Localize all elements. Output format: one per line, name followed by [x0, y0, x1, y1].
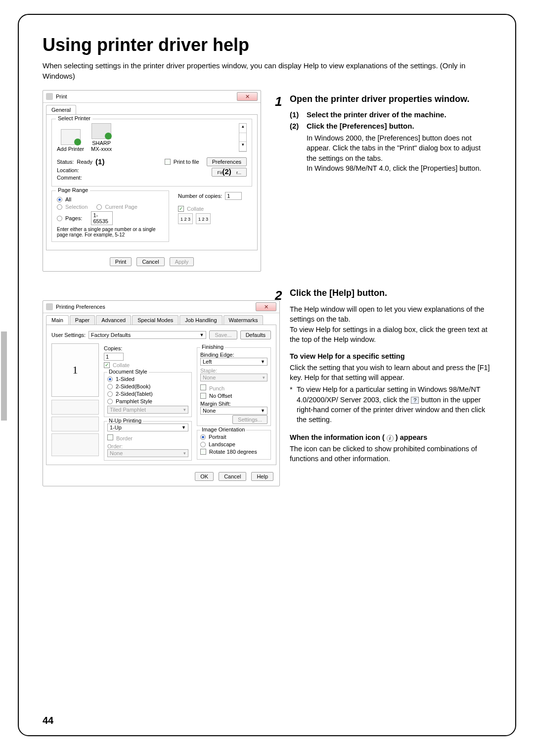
print-to-file-checkbox[interactable]	[165, 159, 171, 165]
rotate-label: Rotate 180 degrees	[209, 449, 257, 455]
print-button[interactable]: Print	[110, 257, 132, 266]
collate-checkbox[interactable]	[178, 206, 184, 212]
ok-button[interactable]: OK	[195, 472, 214, 481]
copies-label: Copies:	[104, 345, 192, 351]
margin-dropdown[interactable]: None▼	[200, 407, 267, 415]
tab-advanced[interactable]: Advanced	[96, 315, 131, 325]
user-settings-dropdown[interactable]: Factory Defaults▼	[89, 331, 206, 339]
tab-job-handling[interactable]: Job Handling	[179, 315, 222, 325]
defaults-button[interactable]: Defaults	[240, 331, 271, 339]
preview-panel: 1	[51, 343, 99, 397]
tab-special-modes[interactable]: Special Modes	[132, 315, 178, 325]
pages-label: Pages:	[65, 215, 82, 221]
2sided-tablet-radio[interactable]	[107, 391, 113, 397]
printing-preferences-dialog: Printing Preferences ✕ Main Paper Advanc…	[43, 300, 280, 486]
step1-detail: In Windows 2000, the [Preferences] butto…	[307, 133, 491, 173]
finishing-legend: Finishing	[200, 344, 225, 350]
binding-label: Binding Edge:	[200, 352, 267, 358]
staple-label: Staple:	[200, 368, 267, 374]
pamphlet-radio[interactable]	[107, 399, 113, 404]
sharp-printer-item[interactable]: SHARP MX-xxxx	[91, 123, 112, 152]
bullet-mark: *	[290, 384, 297, 425]
question-icon: ?	[411, 397, 419, 404]
tab-general[interactable]: General	[46, 105, 76, 114]
staple-dropdown[interactable]: None▾	[200, 374, 267, 381]
preferences-button[interactable]: Preferences	[207, 157, 247, 166]
find-printer-button[interactable]: Fin(2)r...	[212, 168, 247, 177]
rotate-checkbox[interactable]	[200, 449, 206, 455]
tab-paper[interactable]: Paper	[70, 315, 95, 325]
copies-input[interactable]: 1	[104, 353, 124, 361]
collate-label: Collate	[187, 206, 204, 212]
landscape-label: Landscape	[209, 441, 235, 447]
apply-button[interactable]: Apply	[170, 257, 194, 266]
margin-label: Margin Shift:	[200, 401, 267, 407]
1sided-radio[interactable]	[107, 377, 113, 382]
save-button[interactable]: Save...	[209, 331, 237, 339]
location-label: Location:	[57, 167, 79, 173]
landscape-radio[interactable]	[200, 442, 206, 447]
model-label: MX-xxxx	[91, 146, 112, 152]
printer-scrollbar[interactable]: ▴▾	[239, 123, 247, 152]
cancel-button[interactable]: Cancel	[136, 257, 164, 266]
pamphlet-label: Pamphlet Style	[116, 398, 152, 404]
step1-sub2-num: (2)	[290, 122, 307, 130]
step2-para2: Click the setting that you wish to learn…	[290, 363, 491, 383]
copies-input[interactable]: 1	[225, 192, 242, 200]
sharp-label: SHARP	[91, 140, 112, 146]
collate-checkbox[interactable]	[104, 362, 110, 368]
nooffset-checkbox[interactable]	[200, 393, 206, 399]
doc-style-legend: Document Style	[107, 369, 149, 375]
punch-checkbox[interactable]	[200, 384, 206, 390]
portrait-radio[interactable]	[200, 434, 206, 440]
selection-label: Selection	[65, 204, 88, 210]
callout-2: (2)	[222, 167, 231, 176]
print-dialog: Print ✕ General Select Printer Add Print…	[43, 90, 261, 272]
2sided-book-radio[interactable]	[107, 384, 113, 389]
settings-button[interactable]: Settings...	[232, 415, 267, 424]
copier-icon	[51, 433, 99, 456]
step-number-1: 1	[275, 94, 290, 177]
step1-sub1-num: (1)	[290, 110, 307, 119]
step1-sub1-text: Select the printer driver of the machine…	[307, 110, 491, 119]
printer-icon	[46, 93, 53, 100]
add-printer-item[interactable]: Add Printer	[57, 129, 84, 152]
print-dialog-title: Print	[56, 94, 237, 99]
help-button[interactable]: Help	[251, 472, 273, 481]
cancel-button[interactable]: Cancel	[219, 472, 246, 481]
close-icon[interactable]: ✕	[237, 92, 258, 101]
collate-icon: 1 2 3	[196, 213, 211, 224]
step2-info-heading: When the information icon ( i ) appears	[290, 432, 491, 442]
nup-dropdown[interactable]: 1-Up▼	[107, 424, 188, 431]
border-label: Border	[116, 435, 133, 441]
binding-dropdown[interactable]: Left▼	[200, 358, 267, 366]
order-dropdown[interactable]: None▾	[107, 449, 188, 457]
pages-input[interactable]: 1-65535	[91, 211, 113, 225]
add-printer-label: Add Printer	[57, 146, 84, 152]
1sided-label: 1-Sided	[116, 376, 134, 382]
border-checkbox[interactable]	[107, 434, 113, 440]
pages-radio[interactable]	[57, 216, 62, 221]
2sided-tablet-label: 2-Sided(Tablet)	[116, 391, 153, 397]
comment-label: Comment:	[57, 175, 82, 181]
status-value: Ready	[77, 159, 92, 165]
select-printer-legend: Select Printer	[56, 115, 92, 121]
step2-para1: The Help window will open to let you vie…	[290, 304, 491, 344]
page-range-hint: Enter either a single page number or a s…	[57, 227, 164, 237]
step2-bullet: To view Help for a particular setting in…	[297, 384, 491, 425]
page-range-legend: Page Range	[56, 187, 90, 193]
all-radio[interactable]	[57, 197, 62, 202]
step2-subheading: To view Help for a specific setting	[290, 351, 491, 361]
tiled-pamphlet-dropdown[interactable]: Tiled Pamphlet▾	[107, 406, 188, 414]
close-icon[interactable]: ✕	[256, 302, 276, 311]
current-page-radio[interactable]	[96, 204, 102, 210]
copies-label: Number of copies:	[178, 193, 222, 199]
selection-radio[interactable]	[57, 204, 62, 210]
step2-heading: Click the [Help] button.	[290, 288, 491, 298]
portrait-label: Portrait	[209, 434, 226, 440]
tab-watermarks[interactable]: Watermarks	[223, 315, 264, 325]
prefs-dialog-title: Printing Preferences	[56, 304, 256, 310]
printer-icon	[46, 303, 53, 310]
nooffset-label: No Offset	[209, 393, 232, 399]
tab-main[interactable]: Main	[46, 315, 69, 325]
